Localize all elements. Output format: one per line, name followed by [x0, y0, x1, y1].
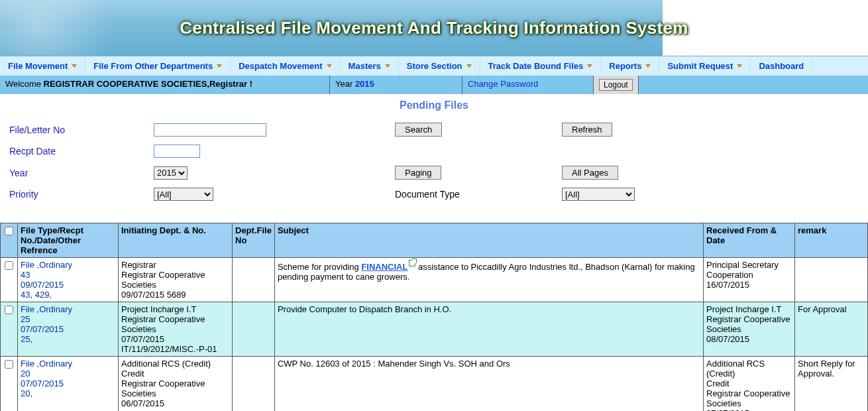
header-select [1, 223, 18, 258]
dept-file-cell [233, 258, 275, 302]
menu-label: Masters [349, 61, 381, 71]
table-row: File ,Ordinary2507/07/201525,Project Inc… [1, 302, 868, 357]
app-title: Centralised File Movement And Tracking I… [180, 18, 688, 38]
subject-link[interactable]: FINANCIAL [361, 262, 407, 272]
priority-select[interactable]: [All] [154, 188, 213, 201]
pending-files-grid: File Type/Recpt No./Date/Other Refrence … [0, 223, 868, 411]
initiating-cell: Project Incharge I.TRegistrar Cooperativ… [119, 302, 233, 357]
table-row: File ,Ordinary4309/07/201543, 429,Regist… [1, 258, 868, 302]
logout-cell: Logout [594, 76, 639, 94]
chevron-down-icon [385, 64, 390, 68]
dept-file-cell [233, 357, 275, 412]
menu-file-movement[interactable]: File Movement [0, 56, 85, 76]
remark-cell: Short Reply for Approval. [795, 357, 868, 412]
header-file-type: File Type/Recpt No./Date/Other Refrence [18, 223, 119, 258]
doc-type-select[interactable]: [All] [562, 188, 635, 201]
menu-dashboard[interactable]: Dashboard [751, 56, 812, 76]
menu-label: Store Section [407, 61, 462, 71]
logout-button[interactable]: Logout [599, 79, 633, 91]
file-no-label: File/Letter No [5, 119, 148, 140]
welcome-text: Welcome REGISTRAR COOPERATIVE SOCIETIES,… [0, 76, 330, 94]
app-banner: Centralised File Movement And Tracking I… [0, 0, 868, 56]
chevron-down-icon [72, 64, 77, 68]
file-link[interactable]: File ,Ordinary2507/07/201525, [18, 302, 119, 357]
year-link[interactable]: 2015 [355, 79, 374, 89]
chevron-down-icon [587, 64, 592, 68]
change-password-link[interactable]: Change Password [468, 79, 538, 89]
chevron-down-icon [327, 64, 332, 68]
doc-type-label: Document Type [391, 184, 557, 204]
menu-masters[interactable]: Masters [341, 56, 399, 76]
row-checkbox[interactable] [5, 360, 13, 369]
header-remark: remark [795, 223, 868, 258]
year-cell: Year 2015 [330, 76, 462, 94]
file-link[interactable]: File ,Ordinary2007/07/201520, [18, 357, 119, 412]
recpt-date-input[interactable] [154, 145, 200, 158]
menu-despatch[interactable]: Despatch Movement [231, 56, 340, 76]
external-link-icon [409, 260, 415, 266]
menu-reports[interactable]: Reports [601, 56, 659, 76]
file-link[interactable]: File ,Ordinary4309/07/201543, 429, [18, 258, 119, 302]
remark-cell: For Approval [795, 302, 868, 357]
filter-panel: File/Letter No Search Refresh Recpt Date… [4, 118, 868, 206]
subject-cell: CWP No. 12603 of 2015 : Mahender Singh V… [274, 357, 703, 412]
info-bar: Welcome REGISTRAR COOPERATIVE SOCIETIES,… [0, 76, 868, 94]
recpt-date-label: Recpt Date [5, 141, 148, 161]
initiating-cell: Additional RCS (Credit)CreditRegistrar C… [119, 357, 233, 412]
remark-cell [795, 258, 868, 302]
received-cell: Project Incharge I.TRegistrar Cooperativ… [704, 302, 795, 357]
search-button[interactable]: Search [395, 123, 442, 137]
chevron-down-icon [466, 64, 472, 68]
paging-button[interactable]: Paging [395, 166, 441, 180]
file-no-input[interactable] [154, 123, 266, 137]
menu-file-from-other[interactable]: File From Other Departments [85, 56, 231, 76]
header-initiating: Initiating Dept. & No. [119, 223, 233, 258]
change-password-cell: Change Password [462, 76, 594, 94]
year-filter-label: Year [5, 162, 148, 183]
menu-label: Track Date Bound Files [488, 61, 584, 71]
header-subject: Subject [274, 223, 703, 258]
chevron-down-icon [217, 64, 222, 68]
all-pages-button[interactable]: All Pages [562, 166, 618, 180]
menu-label: File Movement [8, 61, 68, 71]
chevron-down-icon [645, 64, 651, 68]
header-dept-file: Dept.File No [233, 223, 275, 258]
page-heading: Pending Files [0, 94, 868, 114]
subject-cell: Provide Computer to Dispatch Branch in H… [274, 302, 703, 357]
menu-label: Dashboard [759, 61, 804, 71]
received-cell: Principal Secretary Cooperation16/07/201… [704, 258, 795, 302]
menu-track-date[interactable]: Track Date Bound Files [480, 56, 602, 76]
row-checkbox[interactable] [5, 306, 13, 314]
subject-cell: Scheme for providing FINANCIAL assistanc… [274, 258, 703, 302]
year-select[interactable]: 2015 [154, 166, 188, 180]
refresh-button[interactable]: Refresh [562, 123, 612, 137]
menu-label: Despatch Movement [239, 61, 322, 71]
main-menu: File Movement File From Other Department… [0, 56, 868, 76]
chevron-down-icon [737, 64, 742, 68]
row-checkbox[interactable] [5, 261, 13, 270]
table-row: File ,Ordinary2007/07/201520,Additional … [1, 357, 868, 412]
received-cell: Additional RCS (Credit)CreditRegistrar C… [704, 357, 795, 412]
menu-store[interactable]: Store Section [399, 56, 480, 76]
select-all-checkbox[interactable] [5, 227, 13, 235]
priority-label: Priority [5, 184, 148, 204]
menu-label: File From Other Departments [93, 61, 213, 71]
menu-submit-request[interactable]: Submit Request [659, 56, 751, 76]
initiating-cell: RegistrarRegistrar Cooperative Societies… [119, 258, 233, 302]
menu-label: Submit Request [667, 61, 733, 71]
banner-whitespace [663, 0, 868, 56]
header-received: Received From & Date [704, 223, 795, 258]
menu-label: Reports [609, 61, 641, 71]
dept-file-cell [233, 302, 275, 357]
